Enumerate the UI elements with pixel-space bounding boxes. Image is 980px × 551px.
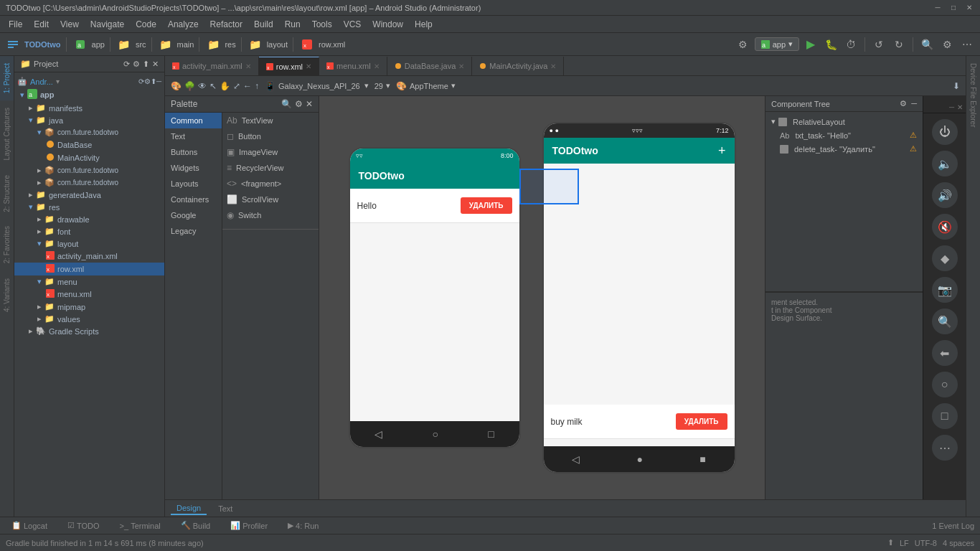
palette-cat-layouts[interactable]: Layouts <box>165 176 222 192</box>
close-database-java[interactable]: ✕ <box>458 62 464 70</box>
phone2-home-btn[interactable]: ● <box>637 453 643 465</box>
project-side-tab[interactable]: 1: Project <box>0 56 14 100</box>
arrow-left-icon[interactable]: ← <box>243 81 252 91</box>
tree-manifests[interactable]: ▸ 📁 manifests <box>14 102 164 114</box>
tree-menu[interactable]: ▾ 📁 menu <box>14 276 164 288</box>
more-button[interactable]: ⋯ <box>958 36 976 53</box>
menu-tools[interactable]: Tools <box>306 18 338 31</box>
tree-sync-btn[interactable]: ⟳ <box>138 77 144 85</box>
tab-row-xml[interactable]: x row.xml ✕ <box>259 57 319 75</box>
tree-java[interactable]: ▾ 📁 java <box>14 114 164 126</box>
palette-item-switch[interactable]: ◉ Switch <box>222 207 319 223</box>
profile-button[interactable]: ⏱ <box>842 36 859 53</box>
tree-menu-xml[interactable]: x menu.xml <box>14 288 164 301</box>
run-button[interactable]: ▶ <box>802 36 819 53</box>
tree-minimize-btn[interactable]: ─ <box>156 77 161 85</box>
tree-database[interactable]: DataBase <box>14 138 164 151</box>
palette-cat-widgets[interactable]: Widgets <box>165 160 222 176</box>
tree-values[interactable]: ▸ 📁 values <box>14 313 164 325</box>
profiler-tab[interactable]: 📊 Profiler <box>225 519 273 532</box>
palette-cat-text[interactable]: Text <box>165 128 222 144</box>
design-tab[interactable]: Design <box>171 502 207 515</box>
tab-database-java[interactable]: DataBase.java ✕ <box>387 57 473 75</box>
settings-icon[interactable]: ⚙ <box>133 60 140 69</box>
close-row-xml[interactable]: ✕ <box>306 62 311 70</box>
variants-tab[interactable]: 4: Variants <box>0 271 14 319</box>
menu-refactor[interactable]: Refactor <box>204 18 248 31</box>
menu-view[interactable]: View <box>55 18 85 31</box>
emu-vol-up-btn[interactable]: 🔊 <box>932 182 958 208</box>
phone2-delete-btn[interactable]: УДАЛИТЬ <box>676 413 727 430</box>
phone2-add-btn[interactable]: + <box>718 143 726 159</box>
emu-home-btn[interactable]: ○ <box>932 372 958 397</box>
text-tab[interactable]: Text <box>212 503 238 514</box>
tree-pkg1[interactable]: ▾ 📦 com.future.todotwo <box>14 126 164 138</box>
phone1-home-btn[interactable]: ○ <box>433 428 438 440</box>
tree-res[interactable]: ▾ 📁 res <box>14 201 164 213</box>
debug-button[interactable]: 🐛 <box>822 36 839 53</box>
expand-icon[interactable]: ⬆ <box>143 60 149 69</box>
tree-expand-btn[interactable]: ⬆ <box>151 77 156 85</box>
run-tab[interactable]: ▶ 4: Run <box>282 519 324 532</box>
palette-cat-buttons[interactable]: Buttons <box>165 144 222 160</box>
tree-font[interactable]: ▸ 📁 font <box>14 225 164 237</box>
tree-app[interactable]: ▾ a app <box>14 88 164 102</box>
palette-cat-legacy[interactable]: Legacy <box>165 223 222 239</box>
undo-button[interactable]: ↺ <box>870 36 887 53</box>
move-icon[interactable]: ⤢ <box>233 81 240 91</box>
phone2-back-btn[interactable]: ◁ <box>572 453 580 465</box>
menu-vcs[interactable]: VCS <box>338 18 367 31</box>
tree-row-xml[interactable]: x row.xml <box>14 263 164 276</box>
emulator-close[interactable]: ✕ <box>957 103 963 111</box>
close-activity-main[interactable]: ✕ <box>245 62 251 70</box>
emu-back-btn[interactable]: ⬅ <box>932 340 958 366</box>
menu-build[interactable]: Build <box>248 18 279 31</box>
tab-menu-xml[interactable]: x menu.xml ✕ <box>319 57 387 75</box>
tree-pkg2[interactable]: ▸ 📦 com.future.todotwo <box>14 164 164 176</box>
sync-icon[interactable]: ⟳ <box>123 60 130 69</box>
terminal-tab[interactable]: >_ Terminal <box>114 520 166 532</box>
minimize-button[interactable]: ─ <box>933 3 943 13</box>
palette-close-icon[interactable]: ✕ <box>306 99 313 109</box>
tree-settings-btn[interactable]: ⚙ <box>144 77 151 85</box>
emu-zoom-btn[interactable]: 🔍 <box>932 309 958 334</box>
phone2-recents-btn[interactable]: ■ <box>699 453 705 465</box>
palette-cat-google[interactable]: Google <box>165 207 222 223</box>
ct-deletetask[interactable]: delete_task- "Удалить" ⚠ <box>765 142 923 156</box>
design-tree-toggle[interactable]: 🌳 <box>184 81 195 91</box>
ct-relativelayout[interactable]: ▾ RelativeLayout <box>765 115 923 128</box>
build-config-button[interactable]: ⚙ <box>735 36 752 53</box>
dropdown-device[interactable]: ▾ <box>364 81 369 90</box>
palette-toggle[interactable]: 🎨 <box>171 81 182 91</box>
maximize-button[interactable]: □ <box>948 3 958 13</box>
menu-run[interactable]: Run <box>279 18 306 31</box>
structure-tab[interactable]: 2: Structure <box>0 168 14 220</box>
menu-help[interactable]: Help <box>409 18 438 31</box>
emu-mute-btn[interactable]: 🔇 <box>932 214 958 240</box>
emu-more-btn[interactable]: ⋯ <box>932 435 958 461</box>
phone1-delete-btn[interactable]: УДАЛИТЬ <box>461 197 512 214</box>
palette-item-imageview[interactable]: ▣ ImageView <box>222 144 319 160</box>
palette-search-icon[interactable]: 🔍 <box>281 99 292 109</box>
emu-vol-down-btn[interactable]: 🔈 <box>932 151 958 176</box>
cursor-icon[interactable]: ↖ <box>209 81 217 91</box>
search-button[interactable]: 🔍 <box>918 36 936 53</box>
phone1-back-btn[interactable]: ◁ <box>374 428 382 440</box>
menu-edit[interactable]: Edit <box>28 18 55 31</box>
phone1-recents-btn[interactable]: □ <box>488 428 494 440</box>
tree-drawable[interactable]: ▸ 📁 drawable <box>14 213 164 225</box>
menu-analyze[interactable]: Analyze <box>162 18 204 31</box>
arrow-up-icon[interactable]: ↑ <box>255 81 259 91</box>
download-icon[interactable]: ⬇ <box>953 81 960 91</box>
menu-window[interactable]: Window <box>367 18 409 31</box>
close-mainactivity-java[interactable]: ✕ <box>550 62 556 70</box>
dropdown-api[interactable]: ▾ <box>386 81 390 90</box>
close-menu-xml[interactable]: ✕ <box>374 62 380 70</box>
tree-pkg3[interactable]: ▸ 📦 com.future.todotwo <box>14 176 164 189</box>
tree-activity-main-xml[interactable]: x activity_main.xml <box>14 250 164 263</box>
palette-item-button[interactable]: ◻ Button <box>222 128 319 144</box>
palette-settings-icon[interactable]: ⚙ <box>295 99 303 109</box>
palette-item-textview[interactable]: Ab TextView <box>222 113 319 128</box>
build-tab[interactable]: 🔨 Build <box>175 519 216 532</box>
favorites-tab[interactable]: 2: Favorites <box>0 219 14 270</box>
